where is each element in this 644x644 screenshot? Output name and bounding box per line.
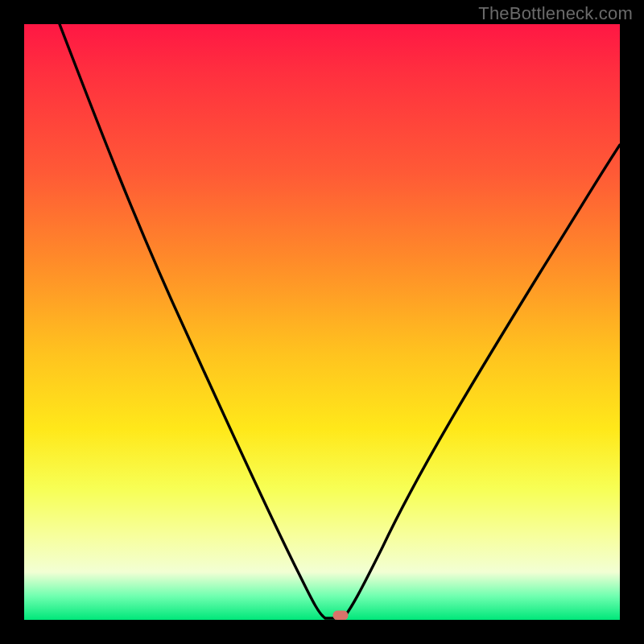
minimum-marker	[333, 611, 348, 620]
curve-svg	[24, 24, 620, 620]
chart-frame: TheBottleneck.com	[0, 0, 644, 644]
plot-area	[24, 24, 620, 620]
bottleneck-curve	[60, 24, 620, 618]
watermark-text: TheBottleneck.com	[478, 3, 633, 24]
